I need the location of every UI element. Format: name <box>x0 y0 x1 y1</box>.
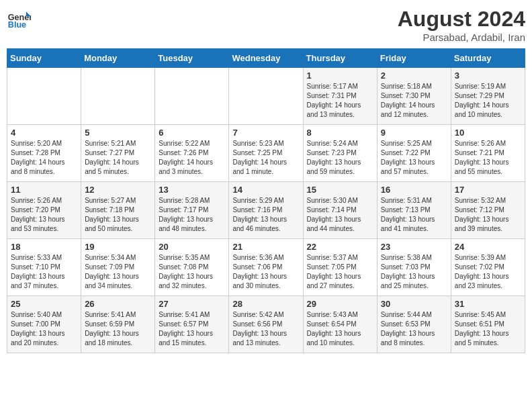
day-info: Sunrise: 5:28 AM Sunset: 7:17 PM Dayligh… <box>159 196 225 234</box>
calendar-cell: 28 Sunrise: 5:42 AM Sunset: 6:56 PM Dayl… <box>229 296 303 353</box>
day-info: Sunrise: 5:27 AM Sunset: 7:18 PM Dayligh… <box>85 196 151 234</box>
calendar-cell: 30 Sunrise: 5:44 AM Sunset: 6:53 PM Dayl… <box>377 296 451 353</box>
logo: General Blue <box>7 7 31 31</box>
day-number: 7 <box>232 128 299 138</box>
day-info: Sunrise: 5:30 AM Sunset: 7:14 PM Dayligh… <box>307 196 373 234</box>
day-info: Sunrise: 5:35 AM Sunset: 7:08 PM Dayligh… <box>159 253 225 291</box>
calendar-cell: 8 Sunrise: 5:24 AM Sunset: 7:23 PM Dayli… <box>303 125 377 182</box>
calendar-cell: 27 Sunrise: 5:41 AM Sunset: 6:57 PM Dayl… <box>155 296 229 353</box>
day-number: 19 <box>85 242 151 252</box>
calendar-cell: 3 Sunrise: 5:19 AM Sunset: 7:29 PM Dayli… <box>451 68 525 125</box>
day-info: Sunrise: 5:36 AM Sunset: 7:06 PM Dayligh… <box>232 253 299 291</box>
day-of-week-header: Tuesday <box>155 49 229 68</box>
calendar-cell: 5 Sunrise: 5:21 AM Sunset: 7:27 PM Dayli… <box>81 125 155 182</box>
day-number: 11 <box>11 185 77 195</box>
calendar-cell: 13 Sunrise: 5:28 AM Sunset: 7:17 PM Dayl… <box>155 182 229 239</box>
calendar-cell: 31 Sunrise: 5:45 AM Sunset: 6:51 PM Dayl… <box>451 296 525 353</box>
day-info: Sunrise: 5:32 AM Sunset: 7:12 PM Dayligh… <box>455 196 521 234</box>
day-of-week-header: Sunday <box>7 49 81 68</box>
day-number: 29 <box>307 299 373 309</box>
day-number: 8 <box>307 128 373 138</box>
calendar-cell: 20 Sunrise: 5:35 AM Sunset: 7:08 PM Dayl… <box>155 239 229 296</box>
day-number: 3 <box>455 71 521 81</box>
day-info: Sunrise: 5:44 AM Sunset: 6:53 PM Dayligh… <box>381 310 447 348</box>
day-of-week-header: Wednesday <box>229 49 303 68</box>
day-number: 24 <box>455 242 521 252</box>
calendar-cell: 24 Sunrise: 5:39 AM Sunset: 7:02 PM Dayl… <box>451 239 525 296</box>
day-info: Sunrise: 5:43 AM Sunset: 6:54 PM Dayligh… <box>307 310 373 348</box>
day-number: 25 <box>11 299 77 309</box>
location: Parsabad, Ardabil, Iran <box>398 32 525 43</box>
day-number: 30 <box>381 299 447 309</box>
day-number: 27 <box>159 299 225 309</box>
day-info: Sunrise: 5:22 AM Sunset: 7:26 PM Dayligh… <box>159 139 225 177</box>
day-number: 9 <box>381 128 447 138</box>
day-of-week-header: Friday <box>377 49 451 68</box>
day-number: 13 <box>159 185 225 195</box>
calendar-cell <box>81 68 155 125</box>
day-info: Sunrise: 5:31 AM Sunset: 7:13 PM Dayligh… <box>381 196 447 234</box>
day-number: 16 <box>381 185 447 195</box>
day-info: Sunrise: 5:37 AM Sunset: 7:05 PM Dayligh… <box>307 253 373 291</box>
calendar-cell: 21 Sunrise: 5:36 AM Sunset: 7:06 PM Dayl… <box>229 239 303 296</box>
day-info: Sunrise: 5:38 AM Sunset: 7:03 PM Dayligh… <box>381 253 447 291</box>
calendar-cell: 17 Sunrise: 5:32 AM Sunset: 7:12 PM Dayl… <box>451 182 525 239</box>
day-of-week-header: Thursday <box>303 49 377 68</box>
day-number: 10 <box>455 128 521 138</box>
day-info: Sunrise: 5:26 AM Sunset: 7:21 PM Dayligh… <box>455 139 521 177</box>
calendar-cell: 4 Sunrise: 5:20 AM Sunset: 7:28 PM Dayli… <box>7 125 81 182</box>
calendar-cell: 23 Sunrise: 5:38 AM Sunset: 7:03 PM Dayl… <box>377 239 451 296</box>
calendar-cell: 2 Sunrise: 5:18 AM Sunset: 7:30 PM Dayli… <box>377 68 451 125</box>
calendar-table: SundayMondayTuesdayWednesdayThursdayFrid… <box>7 48 525 353</box>
day-info: Sunrise: 5:18 AM Sunset: 7:30 PM Dayligh… <box>381 82 447 120</box>
calendar-cell: 7 Sunrise: 5:23 AM Sunset: 7:25 PM Dayli… <box>229 125 303 182</box>
calendar-cell: 25 Sunrise: 5:40 AM Sunset: 7:00 PM Dayl… <box>7 296 81 353</box>
calendar-week-row: 18 Sunrise: 5:33 AM Sunset: 7:10 PM Dayl… <box>7 239 525 296</box>
day-info: Sunrise: 5:33 AM Sunset: 7:10 PM Dayligh… <box>11 253 77 291</box>
calendar-week-row: 25 Sunrise: 5:40 AM Sunset: 7:00 PM Dayl… <box>7 296 525 353</box>
page-header: General Blue August 2024 Parsabad, Ardab… <box>7 7 525 43</box>
day-info: Sunrise: 5:39 AM Sunset: 7:02 PM Dayligh… <box>455 253 521 291</box>
calendar-cell: 26 Sunrise: 5:41 AM Sunset: 6:59 PM Dayl… <box>81 296 155 353</box>
calendar-week-row: 4 Sunrise: 5:20 AM Sunset: 7:28 PM Dayli… <box>7 125 525 182</box>
calendar-cell: 1 Sunrise: 5:17 AM Sunset: 7:31 PM Dayli… <box>303 68 377 125</box>
calendar-week-row: 11 Sunrise: 5:26 AM Sunset: 7:20 PM Dayl… <box>7 182 525 239</box>
day-info: Sunrise: 5:20 AM Sunset: 7:28 PM Dayligh… <box>11 139 77 177</box>
month-year: August 2024 <box>398 7 525 32</box>
calendar-cell: 19 Sunrise: 5:34 AM Sunset: 7:09 PM Dayl… <box>81 239 155 296</box>
calendar-cell: 11 Sunrise: 5:26 AM Sunset: 7:20 PM Dayl… <box>7 182 81 239</box>
day-number: 15 <box>307 185 373 195</box>
svg-text:Blue: Blue <box>8 20 26 30</box>
day-number: 1 <box>307 71 373 81</box>
day-number: 26 <box>85 299 151 309</box>
day-info: Sunrise: 5:45 AM Sunset: 6:51 PM Dayligh… <box>455 310 521 348</box>
day-info: Sunrise: 5:34 AM Sunset: 7:09 PM Dayligh… <box>85 253 151 291</box>
calendar-cell: 14 Sunrise: 5:29 AM Sunset: 7:16 PM Dayl… <box>229 182 303 239</box>
day-info: Sunrise: 5:24 AM Sunset: 7:23 PM Dayligh… <box>307 139 373 177</box>
calendar-cell: 29 Sunrise: 5:43 AM Sunset: 6:54 PM Dayl… <box>303 296 377 353</box>
day-info: Sunrise: 5:26 AM Sunset: 7:20 PM Dayligh… <box>11 196 77 234</box>
calendar-cell <box>229 68 303 125</box>
day-number: 31 <box>455 299 521 309</box>
day-number: 2 <box>381 71 447 81</box>
calendar-cell: 18 Sunrise: 5:33 AM Sunset: 7:10 PM Dayl… <box>7 239 81 296</box>
calendar-cell: 12 Sunrise: 5:27 AM Sunset: 7:18 PM Dayl… <box>81 182 155 239</box>
day-info: Sunrise: 5:21 AM Sunset: 7:27 PM Dayligh… <box>85 139 151 177</box>
title-block: August 2024 Parsabad, Ardabil, Iran <box>398 7 525 43</box>
calendar-cell: 22 Sunrise: 5:37 AM Sunset: 7:05 PM Dayl… <box>303 239 377 296</box>
calendar-cell: 9 Sunrise: 5:25 AM Sunset: 7:22 PM Dayli… <box>377 125 451 182</box>
logo-icon: General Blue <box>7 7 31 31</box>
day-number: 4 <box>11 128 77 138</box>
day-number: 22 <box>307 242 373 252</box>
day-info: Sunrise: 5:25 AM Sunset: 7:22 PM Dayligh… <box>381 139 447 177</box>
day-info: Sunrise: 5:17 AM Sunset: 7:31 PM Dayligh… <box>307 82 373 120</box>
day-number: 18 <box>11 242 77 252</box>
day-of-week-header: Monday <box>81 49 155 68</box>
calendar-cell <box>7 68 81 125</box>
calendar-week-row: 1 Sunrise: 5:17 AM Sunset: 7:31 PM Dayli… <box>7 68 525 125</box>
day-number: 28 <box>232 299 299 309</box>
day-number: 6 <box>159 128 225 138</box>
day-info: Sunrise: 5:41 AM Sunset: 6:57 PM Dayligh… <box>159 310 225 348</box>
calendar-cell: 10 Sunrise: 5:26 AM Sunset: 7:21 PM Dayl… <box>451 125 525 182</box>
day-info: Sunrise: 5:40 AM Sunset: 7:00 PM Dayligh… <box>11 310 77 348</box>
